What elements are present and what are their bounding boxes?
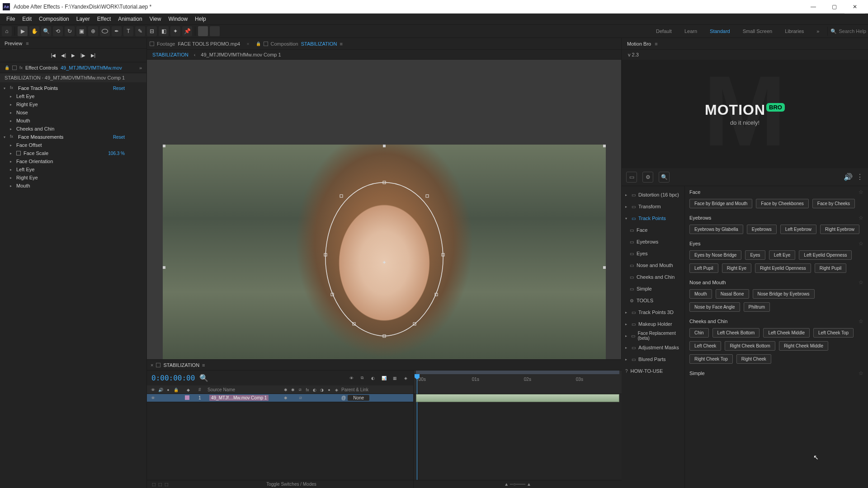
prop-left-eye[interactable]: Left Eye	[16, 94, 34, 99]
menu-file[interactable]: File	[3, 16, 19, 22]
settings-icon[interactable]: ⚙	[642, 172, 653, 183]
layer-bar[interactable]	[416, 394, 619, 402]
roto-tool-icon[interactable]: ✦	[170, 26, 180, 36]
preset-button[interactable]: Right Pupil	[815, 263, 846, 273]
preset-button[interactable]: Left Cheek Bottom	[712, 328, 760, 338]
fx-toggle-icon[interactable]: fx	[10, 134, 15, 140]
comp-tab-name[interactable]: STABILIZATION	[301, 41, 337, 47]
preset-button[interactable]: Right Cheek Middle	[779, 341, 828, 351]
prop-left-eye2[interactable]: Left Eye	[16, 167, 34, 172]
effect-controls-tab[interactable]: Effect Controls	[25, 65, 58, 70]
prop-mouth[interactable]: Mouth	[16, 118, 30, 123]
twirl-icon[interactable]: ▸	[10, 168, 14, 172]
anchor-tool-icon[interactable]: ⊕	[88, 26, 98, 36]
preset-button[interactable]: Face by Cheeks	[812, 199, 855, 208]
workspace-standard[interactable]: Standard	[704, 28, 736, 34]
twirl-icon[interactable]: ▸	[625, 334, 628, 338]
collapse-icon[interactable]: ⧄	[297, 395, 304, 401]
workspace-default[interactable]: Default	[651, 28, 677, 34]
tree-item[interactable]: Face Replacement (beta)	[638, 331, 681, 341]
footage-tab-label[interactable]: Footage	[157, 41, 175, 47]
help-search[interactable]: 🔍 Search Help	[830, 28, 866, 34]
motion-blur-icon[interactable]: ◐	[370, 375, 376, 381]
tree-item[interactable]: Track Points 3D	[638, 310, 674, 315]
workspace-libraries[interactable]: Libraries	[779, 28, 809, 34]
preset-button[interactable]: Left Eyebrow	[780, 225, 816, 234]
solo-col-icon[interactable]: ●	[165, 387, 171, 393]
menu-help[interactable]: Help	[191, 16, 210, 22]
minimize-button[interactable]: —	[803, 0, 824, 14]
preset-button[interactable]: Left Cheek	[689, 341, 721, 351]
toggle-switches-icon[interactable]: ⬚	[151, 481, 157, 488]
effect-name[interactable]: Face Measurements	[18, 134, 63, 140]
twirl-icon[interactable]: ▸	[625, 346, 629, 350]
favorite-icon[interactable]: ☆	[859, 240, 863, 247]
preview-tab[interactable]: Preview	[5, 41, 22, 46]
menu-animation[interactable]: Animation	[114, 16, 146, 22]
tree-item-selected[interactable]: Track Points	[638, 216, 666, 221]
video-col-icon[interactable]: 👁	[150, 387, 156, 393]
next-frame-icon[interactable]: |▶	[80, 53, 85, 58]
switch-icon[interactable]: ◐	[311, 387, 318, 393]
panel-menu-icon[interactable]: ≡	[26, 41, 28, 46]
menu-layer[interactable]: Layer	[73, 16, 94, 22]
twirl-icon[interactable]: ▸	[625, 357, 629, 361]
preset-button[interactable]: Eyebrows by Glabella	[689, 225, 743, 234]
fx-toggle-icon[interactable]: fx	[10, 85, 15, 91]
preset-button[interactable]: Face by Bridge and Mouth	[689, 199, 752, 208]
label-color[interactable]	[185, 395, 189, 400]
keyframe-toggle-icon[interactable]	[16, 151, 21, 155]
twirl-icon[interactable]: ▸	[10, 103, 14, 107]
current-time[interactable]: 0:00:00:00	[151, 374, 195, 382]
timeline-tab[interactable]: STABILIZATION	[163, 362, 199, 368]
favorite-icon[interactable]: ☆	[859, 370, 863, 376]
anchor-point-icon[interactable]: ✦	[382, 259, 387, 266]
switch-icon[interactable]: ◑	[319, 387, 325, 393]
layer-name[interactable]: 49_MTJf…Mw.mov Comp 1	[209, 395, 269, 401]
tab-menu-icon[interactable]: ≡	[340, 41, 342, 47]
twirl-icon[interactable]: ▸	[10, 184, 14, 188]
toggle-switches-label[interactable]: Toggle Switches / Modes	[170, 482, 413, 487]
tree-item[interactable]: Transform	[638, 204, 661, 209]
favorite-icon[interactable]: ☆	[859, 279, 863, 286]
tree-item[interactable]: TOOLS	[637, 298, 653, 303]
preset-button[interactable]: Right Cheek Bottom	[725, 341, 775, 351]
prop-face-scale-value[interactable]: 106.3 %	[108, 151, 125, 156]
timeline-ruler[interactable]: :00s 01s 02s 03s	[414, 371, 622, 394]
twirl-icon[interactable]: ▸	[10, 111, 14, 115]
preset-button[interactable]: Right Cheek Top	[689, 354, 733, 364]
preset-button[interactable]: Nose Bridge by Eyebrows	[753, 289, 815, 299]
twirl-icon[interactable]: ▸	[10, 119, 14, 123]
favorite-icon[interactable]: ☆	[859, 215, 863, 221]
switch-icon[interactable]: fx	[304, 387, 311, 393]
preset-button[interactable]: Left Cheek Middle	[763, 328, 810, 338]
3d-icon[interactable]: ◈	[402, 375, 409, 381]
tree-item[interactable]: Makeup Holder	[638, 321, 672, 327]
preset-button[interactable]: Left Eyelid Openness	[799, 250, 852, 260]
selection-tool-icon[interactable]: ▶	[18, 26, 28, 36]
preset-button[interactable]: Philtrum	[744, 302, 770, 312]
switch-icon[interactable]: ✱	[283, 387, 289, 393]
current-time-indicator[interactable]	[417, 374, 417, 488]
draft3d-icon[interactable]: ▦	[392, 375, 398, 381]
prev-frame-icon[interactable]: ◀|	[61, 53, 66, 58]
audio-col-icon[interactable]: 🔊	[157, 387, 164, 393]
tab-menu-icon[interactable]: ≡	[202, 362, 205, 368]
reset-link[interactable]: Reset	[113, 86, 125, 91]
tree-item[interactable]: HOW-TO-USE	[631, 368, 663, 374]
breadcrumb-active[interactable]: STABILIZATION	[152, 52, 189, 57]
twirl-icon[interactable]: ▸	[10, 151, 14, 155]
switch-icon[interactable]: ✱	[290, 387, 296, 393]
preset-button[interactable]: Chin	[689, 328, 709, 338]
preset-button[interactable]: Left Pupil	[689, 263, 718, 273]
col-source[interactable]: Source Name	[208, 387, 283, 392]
home-tool-icon[interactable]: ⌂	[2, 26, 12, 36]
fill-swatch[interactable]	[198, 26, 208, 36]
motionbro-tab[interactable]: Motion Bro	[627, 41, 651, 47]
switch-icon[interactable]: ✱	[283, 395, 289, 401]
timeline-layer-row[interactable]: 👁 1 49_MTJf…Mw.mov Comp 1 ✱ ⧄	[147, 394, 413, 402]
breadcrumb-sub[interactable]: 49_MTJfMDVfMThfMw.mov Comp 1	[201, 52, 281, 57]
twirl-icon[interactable]: ▸	[10, 127, 14, 131]
graph-icon[interactable]: 📊	[381, 375, 387, 381]
proj-icon[interactable]	[12, 66, 17, 70]
